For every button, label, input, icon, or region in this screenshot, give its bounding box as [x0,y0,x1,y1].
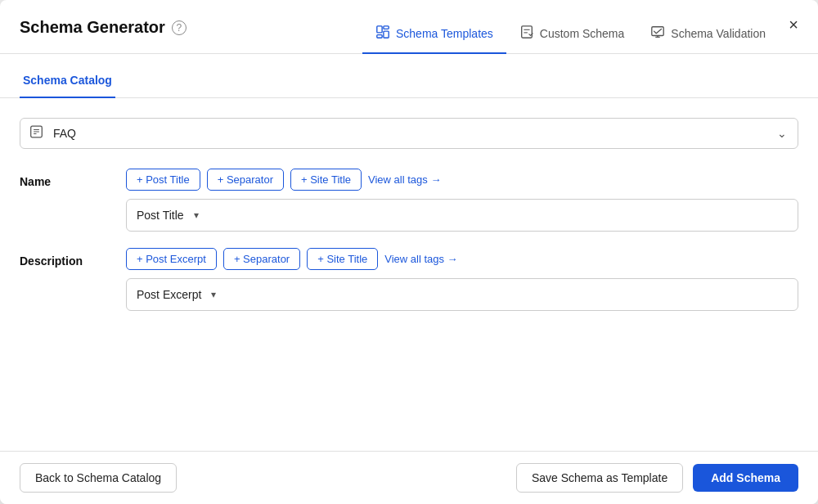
description-field-row: Description + Post Excerpt + Separator +… [20,248,798,311]
content-area: FAQ Article BreadcrumbList Event HowTo J… [0,98,818,451]
description-field-controls: + Post Excerpt + Separator + Site Title … [126,248,798,311]
back-to-schema-catalog-button[interactable]: Back to Schema Catalog [20,463,177,493]
modal-title: Schema Generator [20,18,165,37]
tab-custom-schema[interactable]: Custom Schema [506,15,637,54]
sub-tab-schema-catalog[interactable]: Schema Catalog [20,67,115,98]
dropdown-wrapper: FAQ Article BreadcrumbList Event HowTo J… [20,118,798,149]
tab-schema-templates-label: Schema Templates [396,27,493,40]
name-post-title-tag-label: + Post Title [137,173,190,186]
svg-rect-2 [384,31,389,38]
description-view-all-tags[interactable]: View all tags → [384,253,457,265]
dropdown-row: FAQ Article BreadcrumbList Event HowTo J… [20,118,798,149]
tab-schema-validation-label: Schema Validation [671,27,766,40]
name-site-title-tag[interactable]: + Site Title [290,169,362,191]
description-site-title-tag[interactable]: + Site Title [307,248,378,270]
schema-validation-icon [650,25,665,43]
svg-rect-0 [377,26,382,33]
help-icon[interactable]: ? [172,20,187,35]
schema-type-select[interactable]: FAQ Article BreadcrumbList Event HowTo J… [20,118,798,149]
modal-title-row: Schema Generator ? [20,18,187,50]
name-tags-row: + Post Title + Separator + Site Title Vi… [126,169,798,191]
name-value-chevron-icon: ▾ [194,209,199,221]
tab-schema-templates[interactable]: Schema Templates [362,15,506,54]
description-post-excerpt-tag[interactable]: + Post Excerpt [126,248,217,270]
description-separator-tag[interactable]: + Separator [223,248,300,270]
name-separator-tag-label: + Separator [218,173,273,186]
name-value-text: Post Title [137,209,184,222]
svg-rect-3 [377,35,382,38]
name-field-row: Name + Post Title + Separator + Site Tit… [20,169,798,232]
schema-generator-modal: Schema Generator ? × Schema Templates Cu… [0,0,818,504]
name-site-title-tag-label: + Site Title [301,173,351,186]
description-value-box[interactable]: Post Excerpt ▾ [126,278,798,311]
name-post-title-tag[interactable]: + Post Title [126,169,200,191]
modal-body: Schema Catalog FAQ Article BreadcrumbLis… [0,54,818,451]
name-field-label: Name [20,169,126,188]
description-separator-tag-label: + Separator [234,253,290,265]
footer-right: Save Schema as Template Add Schema [516,463,798,493]
tabs-row: Schema Templates Custom Schema Schema Va… [343,15,798,53]
tab-custom-schema-label: Custom Schema [540,27,624,40]
svg-rect-1 [384,26,389,29]
sub-tabs-row: Schema Catalog [0,54,818,98]
description-field-label: Description [20,248,126,268]
save-schema-as-template-button[interactable]: Save Schema as Template [516,463,683,493]
name-value-box[interactable]: Post Title ▾ [126,199,798,232]
description-value-text: Post Excerpt [137,288,201,301]
name-separator-tag[interactable]: + Separator [207,169,284,191]
custom-schema-icon [519,25,534,43]
name-view-all-tags[interactable]: View all tags → [368,173,441,186]
tab-schema-validation[interactable]: Schema Validation [637,15,779,54]
description-post-excerpt-tag-label: + Post Excerpt [137,253,206,265]
schema-templates-icon [375,25,390,43]
description-value-chevron-icon: ▾ [211,289,216,300]
modal-footer: Back to Schema Catalog Save Schema as Te… [0,451,818,504]
sub-tab-label: Schema Catalog [23,74,112,87]
description-site-title-tag-label: + Site Title [317,253,367,265]
name-field-controls: + Post Title + Separator + Site Title Vi… [126,169,798,232]
description-tags-row: + Post Excerpt + Separator + Site Title … [126,248,798,270]
add-schema-button[interactable]: Add Schema [693,464,798,492]
modal-header: Schema Generator ? × Schema Templates Cu… [0,0,818,54]
close-button[interactable]: × [785,13,802,36]
